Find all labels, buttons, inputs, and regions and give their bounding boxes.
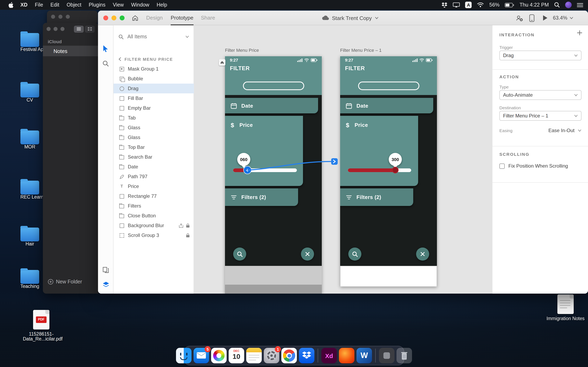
menu-view[interactable]: View <box>109 2 127 8</box>
artboard-title[interactable]: Filter Menu Price – 1 <box>340 48 381 53</box>
search-pill[interactable] <box>358 82 419 90</box>
menu-plugins[interactable]: Plugins <box>85 2 109 8</box>
menu-help[interactable]: Help <box>153 2 171 8</box>
traffic-light-zoom-inactive[interactable] <box>61 27 65 31</box>
dock-notes[interactable] <box>246 348 262 363</box>
desktop-folder-mor[interactable]: MOR <box>20 131 39 149</box>
desktop-file-immigration-notes[interactable]: Immigration Notes <box>539 294 588 321</box>
date-row[interactable]: Date <box>225 98 318 113</box>
home-artboard-badge[interactable] <box>219 59 225 66</box>
tab-share[interactable]: Share <box>201 11 215 25</box>
tab-prototype[interactable]: Prototype <box>171 11 193 25</box>
dock-finder[interactable] <box>176 348 191 363</box>
input-source-menu[interactable]: A <box>465 2 472 8</box>
traffic-light-minimize-inactive[interactable] <box>53 27 58 31</box>
layers-breadcrumb[interactable]: FILTER MENU PRICE <box>113 55 194 63</box>
play-preview-button[interactable] <box>542 15 548 21</box>
layers-panel-button[interactable] <box>103 281 109 288</box>
xd-titlebar[interactable]: Design Prototype Share Stark Trent Copy <box>98 11 588 25</box>
share-user-button[interactable] <box>515 14 523 22</box>
layer-row[interactable]: Search Bar <box>113 152 194 162</box>
date-row[interactable]: Date <box>340 98 433 113</box>
search-pill[interactable] <box>243 82 304 90</box>
price-slider-track[interactable] <box>233 168 297 172</box>
close-circle-button[interactable] <box>301 248 314 261</box>
desktop-file-pdf[interactable]: PDF 115286151- Data_Re...icilar.pdf <box>23 310 60 341</box>
type-dropdown[interactable]: Auto-Animate <box>499 90 581 100</box>
layer-row[interactable]: Background Blur <box>113 221 194 230</box>
traffic-light-close-inactive[interactable] <box>47 27 51 31</box>
layer-row[interactable]: Rectangle 77 <box>113 191 194 201</box>
dock-trash[interactable] <box>397 348 412 363</box>
background-window-titlebar[interactable] <box>47 11 98 23</box>
apple-menu[interactable] <box>5 2 17 8</box>
export-icon[interactable] <box>179 223 183 228</box>
zoom-level-menu[interactable]: 63.4% <box>553 11 573 25</box>
new-folder-button[interactable]: New Folder <box>48 279 82 285</box>
layer-row[interactable]: Close Button <box>113 211 194 221</box>
desktop-folder-hair[interactable]: Hair <box>20 227 39 246</box>
menu-app-name[interactable]: XD <box>17 2 31 8</box>
device-preview-button[interactable] <box>529 14 535 22</box>
lock-icon[interactable] <box>186 233 190 238</box>
desktop-folder-rec-learning[interactable]: REC Learning <box>20 181 39 200</box>
layer-row[interactable]: TPrice <box>113 182 194 191</box>
layer-row[interactable]: Fill Bar <box>113 93 194 103</box>
list-view-button[interactable] <box>74 25 84 33</box>
layer-row[interactable]: Mask Group 1 <box>113 64 194 74</box>
menu-file[interactable]: File <box>31 2 47 8</box>
user-avatar[interactable] <box>565 2 572 8</box>
xd-canvas[interactable]: Filter Menu Price 9:27 FILTER <box>194 25 492 294</box>
price-card[interactable]: $ Price 300 <box>340 116 418 186</box>
traffic-light-zoom-inactive[interactable] <box>66 15 70 19</box>
desktop-folder-teaching[interactable]: Teaching <box>20 270 39 289</box>
trigger-dropdown[interactable]: Drag <box>499 50 581 60</box>
desktop-folder-cv[interactable]: CV <box>20 83 39 102</box>
traffic-light-minimize[interactable] <box>112 16 116 20</box>
gallery-view-button[interactable] <box>85 25 95 33</box>
layer-row[interactable]: Filters <box>113 201 194 211</box>
traffic-light-minimize-inactive[interactable] <box>58 15 62 19</box>
dock-adobe-xd[interactable]: Xd <box>321 348 337 363</box>
layer-row[interactable]: Empty Bar <box>113 103 194 113</box>
notification-center-icon[interactable] <box>577 3 583 7</box>
traffic-light-close[interactable] <box>103 16 108 20</box>
zoom-tool[interactable] <box>103 60 109 67</box>
wifi-icon[interactable] <box>477 2 484 7</box>
layer-row[interactable]: Scroll Group 3 <box>113 230 194 240</box>
easing-row[interactable]: Easing Ease In-Out <box>499 125 581 135</box>
add-interaction-button[interactable] <box>577 30 582 35</box>
drag-handle[interactable] <box>392 167 398 173</box>
dock-system-preferences[interactable]: 1 <box>264 348 279 363</box>
layer-row[interactable]: Path 797 <box>113 172 194 182</box>
traffic-light-zoom[interactable] <box>120 16 125 20</box>
dock-dropbox[interactable] <box>299 348 314 363</box>
price-slider-track[interactable] <box>348 168 411 172</box>
layer-row[interactable]: Tab <box>113 113 194 123</box>
destination-dropdown[interactable]: Filter Menu Price – 1 <box>499 111 581 121</box>
document-title-menu[interactable]: Stark Trent Copy <box>322 11 378 25</box>
fix-position-checkbox[interactable] <box>499 163 505 169</box>
select-tool[interactable] <box>103 45 109 52</box>
layers-search-row[interactable]: All Items <box>113 31 194 42</box>
artboard-filter-menu-price-1[interactable]: 9:27 FILTER Date $ Price 3 <box>340 56 437 287</box>
chevron-left-icon[interactable] <box>118 57 121 61</box>
battery-icon[interactable] <box>505 3 514 7</box>
dock-adobe-app[interactable] <box>339 348 355 363</box>
filters-row[interactable]: Filters (2) <box>225 188 298 206</box>
lock-icon[interactable] <box>186 223 190 228</box>
menu-edit[interactable]: Edit <box>47 2 63 8</box>
dock-chrome[interactable] <box>281 348 297 363</box>
layer-row[interactable]: Glass <box>113 123 194 133</box>
artboard-filter-menu-price[interactable]: 9:27 FILTER Date $ <box>225 56 322 294</box>
layer-row[interactable]: Date <box>113 162 194 172</box>
menu-object[interactable]: Object <box>63 2 85 8</box>
home-button[interactable] <box>131 14 139 22</box>
display-mirroring-icon[interactable] <box>453 2 460 7</box>
dock-calendar[interactable]: DEC 10 <box>229 348 244 363</box>
drag-handle[interactable]: + <box>243 166 251 174</box>
layer-row-selected[interactable]: Drag <box>113 83 194 93</box>
notes-titlebar[interactable] <box>43 23 98 35</box>
dock-word[interactable]: W <box>356 348 372 363</box>
notes-window[interactable]: iCloud Notes New Folder <box>43 23 98 294</box>
